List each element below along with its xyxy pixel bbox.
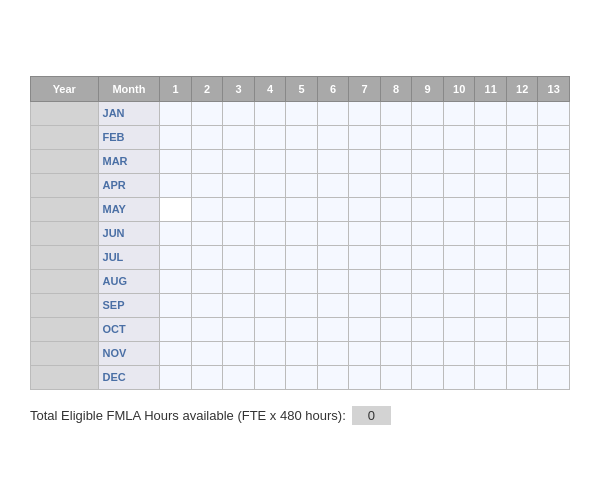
data-cell-4-2[interactable]	[223, 197, 255, 221]
data-cell-3-4[interactable]	[286, 173, 318, 197]
data-cell-2-9[interactable]	[443, 149, 475, 173]
data-cell-7-6[interactable]	[349, 269, 381, 293]
data-cell-1-5[interactable]	[317, 125, 349, 149]
data-cell-2-7[interactable]	[380, 149, 412, 173]
data-cell-2-12[interactable]	[538, 149, 570, 173]
data-cell-4-12[interactable]	[538, 197, 570, 221]
data-cell-7-10[interactable]	[475, 269, 507, 293]
data-cell-11-3[interactable]	[254, 365, 286, 389]
data-cell-11-12[interactable]	[538, 365, 570, 389]
data-cell-9-12[interactable]	[538, 317, 570, 341]
data-cell-4-11[interactable]	[506, 197, 538, 221]
data-cell-6-12[interactable]	[538, 245, 570, 269]
data-cell-4-10[interactable]	[475, 197, 507, 221]
data-cell-8-2[interactable]	[223, 293, 255, 317]
data-cell-6-4[interactable]	[286, 245, 318, 269]
data-cell-7-0[interactable]	[160, 269, 192, 293]
data-cell-0-9[interactable]	[443, 101, 475, 125]
data-cell-5-11[interactable]	[506, 221, 538, 245]
data-cell-8-10[interactable]	[475, 293, 507, 317]
data-cell-1-10[interactable]	[475, 125, 507, 149]
data-cell-7-4[interactable]	[286, 269, 318, 293]
data-cell-3-6[interactable]	[349, 173, 381, 197]
data-cell-3-1[interactable]	[191, 173, 223, 197]
data-cell-6-3[interactable]	[254, 245, 286, 269]
data-cell-11-9[interactable]	[443, 365, 475, 389]
data-cell-9-8[interactable]	[412, 317, 444, 341]
data-cell-8-0[interactable]	[160, 293, 192, 317]
data-cell-10-5[interactable]	[317, 341, 349, 365]
data-cell-7-11[interactable]	[506, 269, 538, 293]
data-cell-2-0[interactable]	[160, 149, 192, 173]
data-cell-5-9[interactable]	[443, 221, 475, 245]
data-cell-2-11[interactable]	[506, 149, 538, 173]
data-cell-8-12[interactable]	[538, 293, 570, 317]
data-cell-9-2[interactable]	[223, 317, 255, 341]
data-cell-4-3[interactable]	[254, 197, 286, 221]
data-cell-11-1[interactable]	[191, 365, 223, 389]
data-cell-4-5[interactable]	[317, 197, 349, 221]
data-cell-6-10[interactable]	[475, 245, 507, 269]
data-cell-7-3[interactable]	[254, 269, 286, 293]
data-cell-4-7[interactable]	[380, 197, 412, 221]
data-cell-5-5[interactable]	[317, 221, 349, 245]
data-cell-8-9[interactable]	[443, 293, 475, 317]
data-cell-6-1[interactable]	[191, 245, 223, 269]
data-cell-10-8[interactable]	[412, 341, 444, 365]
data-cell-0-4[interactable]	[286, 101, 318, 125]
data-cell-2-10[interactable]	[475, 149, 507, 173]
data-cell-4-1[interactable]	[191, 197, 223, 221]
data-cell-0-5[interactable]	[317, 101, 349, 125]
data-cell-9-11[interactable]	[506, 317, 538, 341]
data-cell-10-4[interactable]	[286, 341, 318, 365]
data-cell-4-9[interactable]	[443, 197, 475, 221]
data-cell-7-12[interactable]	[538, 269, 570, 293]
data-cell-2-5[interactable]	[317, 149, 349, 173]
data-cell-0-7[interactable]	[380, 101, 412, 125]
data-cell-10-2[interactable]	[223, 341, 255, 365]
data-cell-11-7[interactable]	[380, 365, 412, 389]
data-cell-9-4[interactable]	[286, 317, 318, 341]
data-cell-5-4[interactable]	[286, 221, 318, 245]
data-cell-6-5[interactable]	[317, 245, 349, 269]
data-cell-3-3[interactable]	[254, 173, 286, 197]
data-cell-10-10[interactable]	[475, 341, 507, 365]
data-cell-8-7[interactable]	[380, 293, 412, 317]
data-cell-4-6[interactable]	[349, 197, 381, 221]
data-cell-9-10[interactable]	[475, 317, 507, 341]
data-cell-1-3[interactable]	[254, 125, 286, 149]
data-cell-1-8[interactable]	[412, 125, 444, 149]
data-cell-3-9[interactable]	[443, 173, 475, 197]
data-cell-7-5[interactable]	[317, 269, 349, 293]
data-cell-10-12[interactable]	[538, 341, 570, 365]
data-cell-1-7[interactable]	[380, 125, 412, 149]
data-cell-9-1[interactable]	[191, 317, 223, 341]
data-cell-9-7[interactable]	[380, 317, 412, 341]
data-cell-0-12[interactable]	[538, 101, 570, 125]
data-cell-3-0[interactable]	[160, 173, 192, 197]
data-cell-3-2[interactable]	[223, 173, 255, 197]
data-cell-11-2[interactable]	[223, 365, 255, 389]
data-cell-10-7[interactable]	[380, 341, 412, 365]
data-cell-5-7[interactable]	[380, 221, 412, 245]
data-cell-10-3[interactable]	[254, 341, 286, 365]
data-cell-1-4[interactable]	[286, 125, 318, 149]
data-cell-5-6[interactable]	[349, 221, 381, 245]
data-cell-3-10[interactable]	[475, 173, 507, 197]
data-cell-4-8[interactable]	[412, 197, 444, 221]
data-cell-11-4[interactable]	[286, 365, 318, 389]
data-cell-11-5[interactable]	[317, 365, 349, 389]
data-cell-1-11[interactable]	[506, 125, 538, 149]
data-cell-3-11[interactable]	[506, 173, 538, 197]
data-cell-5-3[interactable]	[254, 221, 286, 245]
data-cell-7-7[interactable]	[380, 269, 412, 293]
data-cell-4-4[interactable]	[286, 197, 318, 221]
data-cell-8-4[interactable]	[286, 293, 318, 317]
data-cell-1-6[interactable]	[349, 125, 381, 149]
data-cell-11-0[interactable]	[160, 365, 192, 389]
data-cell-4-0[interactable]	[160, 197, 192, 221]
data-cell-5-1[interactable]	[191, 221, 223, 245]
data-cell-8-11[interactable]	[506, 293, 538, 317]
data-cell-3-12[interactable]	[538, 173, 570, 197]
data-cell-2-3[interactable]	[254, 149, 286, 173]
